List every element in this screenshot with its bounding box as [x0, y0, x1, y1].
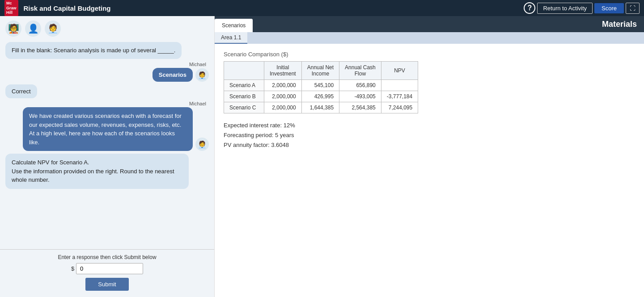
- user-label-1: Michael: [189, 62, 206, 67]
- scenario-c-label: Scenario C: [224, 102, 264, 113]
- scenario-c-npv: 7,244,095: [381, 102, 418, 113]
- tabs-section: Scenarios: [215, 16, 253, 32]
- avatars-row: 🧑‍🏫 👤 🧑‍💼: [0, 16, 214, 38]
- main-container: 🧑‍🏫 👤 🧑‍💼 Fill in the blank: Scenario an…: [0, 16, 644, 297]
- avatar-1: 🧑‍🏫: [5, 21, 21, 37]
- michael-label-2: Michael: [189, 101, 206, 106]
- fill-blank-bubble: Fill in the blank: Scenario analysis is …: [5, 42, 182, 59]
- fill-blank-text: Fill in the blank: Scenario analysis is …: [12, 47, 175, 54]
- mcgrawhill-logo: Mc Graw Hill: [4, 0, 18, 16]
- scenario-c-net-income: 1,644,385: [301, 102, 339, 113]
- scenario-b-net-income: 426,995: [301, 91, 339, 102]
- tab-scenarios[interactable]: Scenarios: [215, 19, 253, 32]
- submit-button[interactable]: Submit: [85, 278, 128, 291]
- avatar-2: 👤: [25, 21, 41, 37]
- dollar-sign: $: [71, 265, 74, 272]
- scenario-c-initial: 2,000,000: [264, 102, 302, 113]
- tabs-title-row: Scenarios Materials: [215, 16, 644, 32]
- scenario-table: InitialInvestment Annual NetIncome Annua…: [224, 61, 418, 113]
- sub-tab-area[interactable]: Area 1.1: [215, 32, 247, 44]
- scenario-a-label: Scenario A: [224, 80, 264, 91]
- materials-content: Scenario Comparison ($) InitialInvestmen…: [215, 44, 644, 297]
- scenario-c-cash-flow: 2,564,385: [339, 102, 381, 113]
- info-period: Forecasting period: 5 years: [224, 130, 635, 140]
- avatar-3: 🧑‍💼: [45, 21, 61, 37]
- info-section: Expected interest rate: 12% Forecasting …: [224, 121, 635, 150]
- avatar-michael-1: 🧑‍💼: [195, 68, 209, 82]
- right-panel: Scenarios Materials Area 1.1 Scenario Co…: [215, 16, 644, 297]
- left-panel: 🧑‍🏫 👤 🧑‍💼 Fill in the blank: Scenario an…: [0, 16, 215, 297]
- input-area: Enter a response then click Submit below…: [0, 249, 214, 297]
- scenario-b-npv: -3,777,184: [381, 91, 418, 102]
- chat-area: Fill in the blank: Scenario analysis is …: [0, 38, 214, 249]
- sub-tabs-row: Area 1.1: [215, 32, 644, 44]
- question-line2: Use the information provided on the righ…: [12, 168, 174, 184]
- score-button[interactable]: Score: [594, 3, 624, 13]
- col-header-npv: NPV: [381, 62, 418, 80]
- input-label: Enter a response then click Submit below: [58, 254, 156, 260]
- table-row: Scenario A 2,000,000 545,100 656,890: [224, 80, 418, 91]
- help-button[interactable]: ?: [524, 2, 535, 14]
- input-row: $: [71, 263, 143, 274]
- col-header-cash-flow: Annual CashFlow: [339, 62, 381, 80]
- info-interest: Expected interest rate: 12%: [224, 121, 635, 130]
- michael-bubble-row: We have created various scenarios each w…: [23, 107, 209, 151]
- scenario-b-cash-flow: -493,005: [339, 91, 381, 102]
- navbar-actions: ? Return to Activity Score ⛶: [524, 2, 640, 14]
- scenario-a-cash-flow: 656,890: [339, 80, 381, 91]
- table-row: Scenario C 2,000,000 1,644,385 2,564,385…: [224, 102, 418, 113]
- navbar: Mc Graw Hill Risk and Capital Budgeting …: [0, 0, 644, 16]
- scenario-b-initial: 2,000,000: [264, 91, 302, 102]
- question-bubble: Calculate NPV for Scenario A. Use the in…: [5, 154, 189, 189]
- return-to-activity-button[interactable]: Return to Activity: [537, 3, 593, 14]
- response-input[interactable]: [76, 263, 143, 274]
- info-pv: PV annuity factor: 3.6048: [224, 140, 635, 150]
- avatar-michael-2: 🧑‍💼: [195, 138, 209, 151]
- materials-title: Materials: [253, 16, 644, 32]
- table-row: Scenario B 2,000,000 426,995 -493,005 -3…: [224, 91, 418, 102]
- col-header-label: [224, 62, 264, 80]
- michael-message-bubble: We have created various scenarios each w…: [23, 107, 193, 151]
- col-header-initial: InitialInvestment: [264, 62, 302, 80]
- user-bubble-row: Scenarios 🧑‍💼: [153, 68, 209, 82]
- scenario-a-npv: [381, 80, 418, 91]
- expand-button[interactable]: ⛶: [626, 3, 640, 14]
- scenario-a-initial: 2,000,000: [264, 80, 302, 91]
- table-title: Scenario Comparison ($): [224, 51, 635, 58]
- scenario-a-net-income: 545,100: [301, 80, 339, 91]
- page-title: Risk and Capital Budgeting: [24, 4, 524, 12]
- michael-message-wrapper: Michael We have created various scenario…: [5, 101, 209, 151]
- scenario-b-label: Scenario B: [224, 91, 264, 102]
- user-answer-wrapper: Michael Scenarios 🧑‍💼: [5, 62, 209, 82]
- michael-message-text: We have created various scenarios each w…: [29, 113, 182, 146]
- correct-bubble: Correct: [5, 84, 37, 98]
- question-line1: Calculate NPV for Scenario A.: [12, 159, 89, 166]
- user-answer-bubble: Scenarios: [153, 68, 193, 82]
- col-header-net-income: Annual NetIncome: [301, 62, 339, 80]
- correct-text: Correct: [12, 88, 31, 95]
